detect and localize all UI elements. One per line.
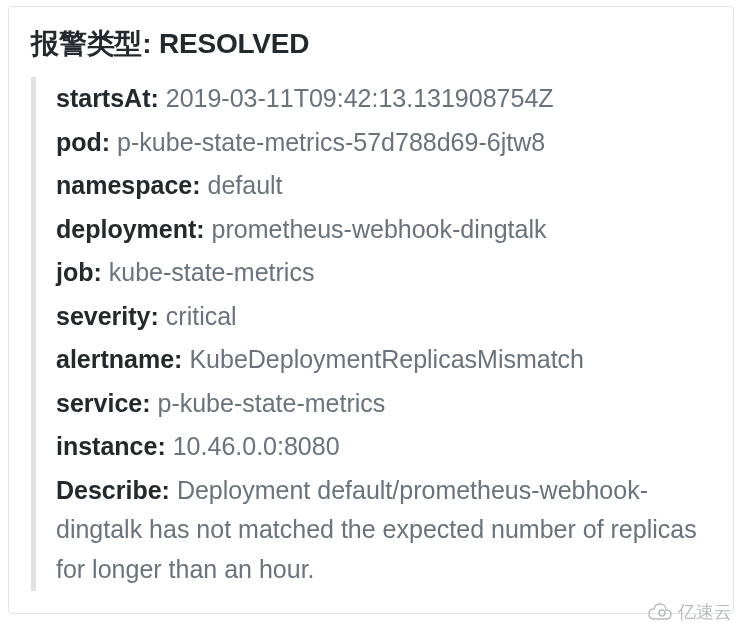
cloud-icon: [646, 602, 674, 622]
svg-point-0: [659, 610, 665, 616]
alert-details: startsAt: 2019-03-11T09:42:13.131908754Z…: [31, 77, 711, 591]
field-value: 2019-03-11T09:42:13.131908754Z: [166, 84, 554, 112]
alert-title: 报警类型: RESOLVED: [31, 25, 711, 63]
field-value: default: [207, 171, 282, 199]
field-row: service: p-kube-state-metrics: [56, 384, 711, 424]
field-value: kube-state-metrics: [109, 258, 315, 286]
field-value: p-kube-state-metrics: [157, 389, 385, 417]
field-label: namespace:: [56, 171, 201, 199]
field-label: pod:: [56, 128, 110, 156]
field-row: deployment: prometheus-webhook-dingtalk: [56, 210, 711, 250]
field-label: severity:: [56, 302, 159, 330]
field-label: instance:: [56, 432, 166, 460]
field-row: severity: critical: [56, 297, 711, 337]
field-value: KubeDeploymentReplicasMismatch: [189, 345, 584, 373]
title-label: 报警类型:: [31, 28, 151, 59]
field-label: deployment:: [56, 215, 205, 243]
field-label: alertname:: [56, 345, 182, 373]
field-label: startsAt:: [56, 84, 159, 112]
field-label: job:: [56, 258, 102, 286]
field-row: namespace: default: [56, 166, 711, 206]
title-value: RESOLVED: [159, 28, 309, 59]
watermark-text: 亿速云: [678, 600, 732, 624]
field-label: Describe:: [56, 476, 170, 504]
field-row: alertname: KubeDeploymentReplicasMismatc…: [56, 340, 711, 380]
field-value: p-kube-state-metrics-57d788d69-6jtw8: [117, 128, 545, 156]
field-label: service:: [56, 389, 151, 417]
alert-card: 报警类型: RESOLVED startsAt: 2019-03-11T09:4…: [8, 6, 734, 614]
field-value: 10.46.0.0:8080: [173, 432, 340, 460]
field-value: prometheus-webhook-dingtalk: [212, 215, 547, 243]
field-row: Describe: Deployment default/prometheus-…: [56, 471, 711, 590]
field-row: job: kube-state-metrics: [56, 253, 711, 293]
field-row: pod: p-kube-state-metrics-57d788d69-6jtw…: [56, 123, 711, 163]
field-row: instance: 10.46.0.0:8080: [56, 427, 711, 467]
field-value: critical: [166, 302, 237, 330]
watermark: 亿速云: [646, 600, 732, 624]
field-row: startsAt: 2019-03-11T09:42:13.131908754Z: [56, 79, 711, 119]
